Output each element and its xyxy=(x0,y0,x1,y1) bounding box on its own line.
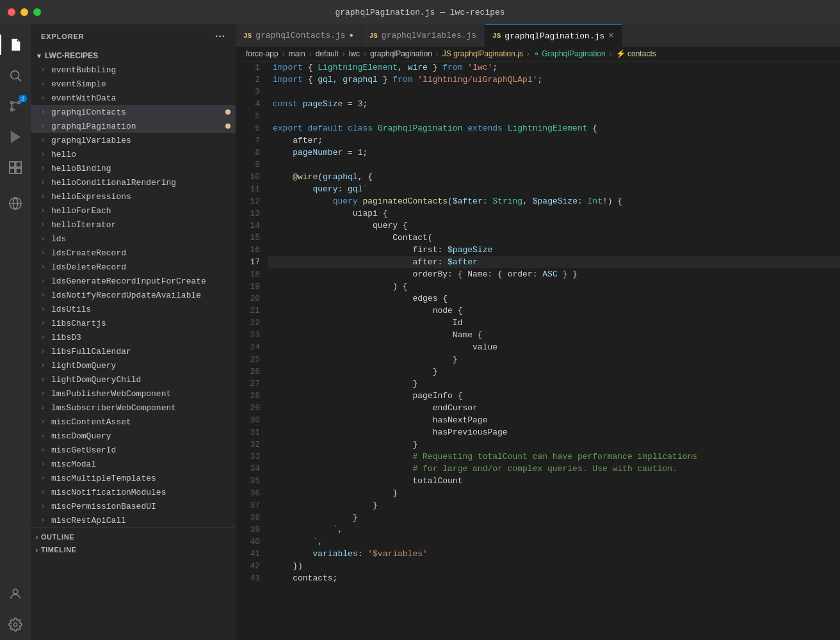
code-line-3 xyxy=(268,86,840,98)
sidebar-item-helloForEach[interactable]: › helloForEach xyxy=(31,204,236,218)
sidebar-item-ldsDeleteRecord[interactable]: › ldsDeleteRecord xyxy=(31,260,236,274)
tab-graphql-variables[interactable]: JS graphqlVariables.js xyxy=(362,24,485,47)
folder-arrow-icon: › xyxy=(41,292,51,299)
code-line-40: `, xyxy=(268,536,840,548)
code-line-21: node { xyxy=(268,305,840,317)
tab-graphql-pagination[interactable]: JS graphqlPagination.js × xyxy=(485,24,622,47)
folder-arrow-icon: › xyxy=(41,390,51,397)
sidebar-item-lightDomQuery[interactable]: › lightDomQuery xyxy=(31,358,236,372)
code-line-7: after; xyxy=(268,134,840,147)
code-line-32: } xyxy=(268,438,840,451)
folder-arrow-icon: › xyxy=(41,517,51,524)
sidebar-item-helloExpressions[interactable]: › helloExpressions xyxy=(31,189,236,204)
sidebar-item-graphqlVariables[interactable]: › graphqlVariables xyxy=(31,133,236,147)
extensions-activity-icon[interactable] xyxy=(0,152,31,183)
remote-activity-icon[interactable] xyxy=(0,188,31,219)
folder-arrow-icon: › xyxy=(41,433,51,440)
sidebar-item-libsD3[interactable]: › libsD3 xyxy=(31,330,236,344)
outline-section[interactable]: › OUTLINE xyxy=(31,531,236,543)
sidebar-item-helloConditionalRendering[interactable]: › helloConditionalRendering xyxy=(31,175,236,189)
modified-dot xyxy=(225,124,230,129)
accounts-activity-icon[interactable] xyxy=(0,579,31,609)
folder-arrow-icon: › xyxy=(41,95,51,102)
svg-point-2 xyxy=(11,102,13,104)
sidebar-item-miscRestApiCall[interactable]: › miscRestApiCall xyxy=(31,513,236,527)
sidebar-item-lightDomQueryChild[interactable]: › lightDomQueryChild xyxy=(31,372,236,387)
code-line-20: edges { xyxy=(268,292,840,305)
code-line-36: } xyxy=(268,487,840,499)
sidebar-item-libsFullCalendar[interactable]: › libsFullCalendar xyxy=(31,344,236,358)
sidebar-item-helloIterator[interactable]: › helloIterator xyxy=(31,218,236,232)
code-line-19: ) { xyxy=(268,280,840,292)
sidebar-item-miscNotificationModules[interactable]: › miscNotificationModules xyxy=(31,485,236,499)
code-line-28: pageInfo { xyxy=(268,390,840,402)
source-control-activity-icon[interactable]: 2 xyxy=(0,91,31,122)
code-line-30: hasNextPage xyxy=(268,414,840,426)
search-activity-icon[interactable] xyxy=(0,60,31,91)
folder-arrow-icon: › xyxy=(41,193,51,200)
code-line-26: } xyxy=(268,365,840,378)
svg-point-0 xyxy=(11,71,19,79)
folder-arrow-icon: › xyxy=(41,179,51,186)
sidebar-item-ldsCreateRecord[interactable]: › ldsCreateRecord xyxy=(31,246,236,260)
sidebar-item-lmsSubscriberWebComponent[interactable]: › lmsSubscriberWebComponent xyxy=(31,401,236,415)
sidebar-item-eventSimple[interactable]: › eventSimple xyxy=(31,77,236,91)
svg-point-11 xyxy=(13,623,17,627)
folder-arrow-icon: › xyxy=(41,320,51,327)
sidebar-item-graphqlContacts[interactable]: › graphqlContacts xyxy=(31,105,236,119)
settings-activity-icon[interactable] xyxy=(0,609,31,640)
folder-arrow-icon: › xyxy=(41,447,51,454)
tab-graphql-contacts[interactable]: JS graphqlContacts.js ● xyxy=(236,24,362,47)
sidebar-item-eventBubbling[interactable]: › eventBubbling xyxy=(31,63,236,77)
folder-arrow-icon: › xyxy=(41,264,51,271)
sidebar-more-button[interactable]: ··· xyxy=(215,31,225,42)
sidebar-item-hello[interactable]: › hello xyxy=(31,147,236,161)
code-line-5 xyxy=(268,110,840,122)
sidebar-item-ldsNotifyRecordUpdateAvailable[interactable]: › ldsNotifyRecordUpdateAvailable xyxy=(31,288,236,302)
code-editor: 1 2 3 4 5 6 7 8 9 10 11 12 13 14 15 16 1… xyxy=(236,61,840,640)
sidebar-item-ldsGenerateRecordInputForCreate[interactable]: › ldsGenerateRecordInputForCreate xyxy=(31,274,236,288)
sidebar-item-miscDomQuery[interactable]: › miscDomQuery xyxy=(31,429,236,443)
sidebar-item-miscContentAsset[interactable]: › miscContentAsset xyxy=(31,415,236,429)
timeline-section[interactable]: › TIMELINE xyxy=(31,543,236,556)
code-line-11: query: gql` xyxy=(268,183,840,195)
svg-rect-9 xyxy=(16,168,21,173)
folder-arrow-icon: › xyxy=(41,207,51,214)
section-arrow-icon: › xyxy=(36,547,38,554)
activity-bar: 2 xyxy=(0,24,31,640)
breadcrumb: force-app › main › default › lwc › graph… xyxy=(236,47,840,61)
folder-arrow-icon: › xyxy=(41,109,51,116)
sidebar-item-graphqlPagination[interactable]: › graphqlPagination xyxy=(31,119,236,133)
sidebar-item-miscGetUserId[interactable]: › miscGetUserId xyxy=(31,443,236,457)
code-line-14: query { xyxy=(268,220,840,232)
sidebar-item-eventWithData[interactable]: › eventWithData xyxy=(31,91,236,105)
minimize-button[interactable] xyxy=(20,8,28,16)
window-title: graphqlPagination.js — lwc-recipes xyxy=(335,8,505,17)
section-arrow-icon: › xyxy=(36,534,38,541)
close-tab-icon[interactable]: × xyxy=(608,31,613,41)
code-line-23: Name { xyxy=(268,329,840,341)
run-activity-icon[interactable] xyxy=(0,122,31,152)
code-line-42: }) xyxy=(268,560,840,572)
code-content[interactable]: import { LightningElement, wire } from '… xyxy=(268,61,840,640)
files-activity-icon[interactable] xyxy=(0,29,31,60)
sidebar-item-miscModal[interactable]: › miscModal xyxy=(31,457,236,471)
sidebar-tree: ▼ LWC-RECIPES › eventBubbling › eventSim… xyxy=(31,49,236,640)
close-button[interactable] xyxy=(8,8,15,16)
root-folder[interactable]: ▼ LWC-RECIPES xyxy=(31,49,236,63)
sidebar-item-ldsUtils[interactable]: › ldsUtils xyxy=(31,302,236,316)
titlebar: graphqlPagination.js — lwc-recipes xyxy=(0,0,840,24)
sidebar-item-libsChartjs[interactable]: › libsChartjs xyxy=(31,316,236,330)
maximize-button[interactable] xyxy=(33,8,41,16)
sidebar-item-miscPermissionBasedUI[interactable]: › miscPermissionBasedUI xyxy=(31,499,236,513)
sidebar-item-lds[interactable]: › lds xyxy=(31,232,236,246)
folder-arrow-icon: › xyxy=(41,236,51,243)
folder-arrow-icon: › xyxy=(41,221,51,228)
svg-point-10 xyxy=(13,589,17,594)
folder-arrow-icon: › xyxy=(41,461,51,468)
sidebar-item-miscMultipleTemplates[interactable]: › miscMultipleTemplates xyxy=(31,471,236,485)
sidebar-item-lmsPublisherWebComponent[interactable]: › lmsPublisherWebComponent xyxy=(31,387,236,401)
folder-arrow-icon: › xyxy=(41,503,51,510)
sidebar-item-helloBinding[interactable]: › helloBinding xyxy=(31,161,236,175)
window-controls[interactable] xyxy=(8,8,41,16)
